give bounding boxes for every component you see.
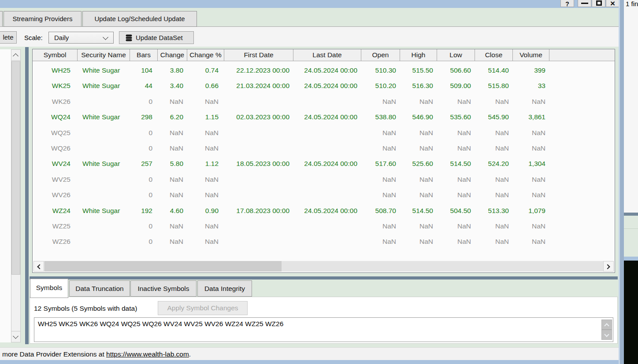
cell-volume[interactable]: NaN xyxy=(513,140,549,156)
cell-close[interactable]: 524.20 xyxy=(475,156,513,171)
cell-first_date[interactable] xyxy=(224,218,293,234)
cell-volume[interactable]: 1,304 xyxy=(513,156,549,171)
cell-first_date[interactable] xyxy=(224,234,293,249)
column-header-last_date[interactable]: Last Date xyxy=(293,49,361,61)
horizontal-scrollbar[interactable] xyxy=(33,261,614,272)
scroll-down-button[interactable] xyxy=(11,331,20,342)
cell-close[interactable]: 513.30 xyxy=(475,203,513,218)
cell-first_date[interactable]: 02.03.2023 00:00 xyxy=(224,109,293,125)
cell-high[interactable]: 516.30 xyxy=(400,78,437,93)
cell-bars[interactable]: 44 xyxy=(130,78,158,93)
column-header-bars[interactable]: Bars xyxy=(130,49,158,61)
cell-high[interactable]: NaN xyxy=(400,94,437,109)
cell-open[interactable]: NaN xyxy=(361,125,400,140)
cell-low[interactable]: 504.50 xyxy=(437,203,475,218)
cell-volume[interactable]: NaN xyxy=(513,94,549,109)
cell-volume[interactable]: NaN xyxy=(513,234,549,249)
column-header-change_pct[interactable]: Change % xyxy=(187,49,224,61)
close-button[interactable]: × xyxy=(606,0,619,7)
scrollbar-thumb[interactable] xyxy=(11,61,20,275)
column-header-volume[interactable]: Volume xyxy=(513,49,549,61)
cell-first_date[interactable]: 18.05.2023 00:00 xyxy=(224,156,293,171)
cell-symbol[interactable]: WK26 xyxy=(33,94,78,109)
cell-bars[interactable]: 298 xyxy=(130,109,158,125)
textarea-scroll-down-button[interactable] xyxy=(601,330,612,340)
cell-bars[interactable]: 0 xyxy=(130,140,158,156)
cell-close[interactable]: 514.40 xyxy=(475,63,513,78)
cell-name[interactable] xyxy=(78,234,130,249)
scroll-left-button[interactable] xyxy=(33,261,44,272)
cell-close[interactable]: NaN xyxy=(475,125,513,140)
column-header-name[interactable]: Security Name xyxy=(78,49,130,61)
tab-update-log[interactable]: Update Log/Scheduled Update xyxy=(82,11,197,27)
cell-change[interactable]: NaN xyxy=(158,140,187,156)
cell-bars[interactable]: 0 xyxy=(130,125,158,140)
cell-change[interactable]: NaN xyxy=(158,172,187,187)
cell-change[interactable]: NaN xyxy=(158,94,187,109)
tab-data-truncation[interactable]: Data Truncation xyxy=(69,280,130,297)
cell-low[interactable]: NaN xyxy=(437,172,475,187)
wealth-lab-link[interactable]: https://www.wealth-lab.com xyxy=(106,350,189,358)
cell-high[interactable]: NaN xyxy=(400,218,437,234)
tab-symbols[interactable]: Symbols xyxy=(30,279,68,298)
cell-name[interactable] xyxy=(78,187,130,202)
cell-filler[interactable] xyxy=(549,218,615,234)
cell-volume[interactable]: NaN xyxy=(513,187,549,202)
cell-low[interactable]: NaN xyxy=(437,234,475,249)
cell-name[interactable]: White Sugar xyxy=(78,203,130,218)
cell-high[interactable]: 515.50 xyxy=(400,63,437,78)
cell-last_date[interactable] xyxy=(293,140,361,156)
scrollbar-thumb[interactable] xyxy=(45,261,282,272)
cell-bars[interactable]: 192 xyxy=(130,203,158,218)
table-row[interactable]: WQ260NaNNaNNaNNaNNaNNaNNaN xyxy=(33,140,615,156)
cell-low[interactable]: NaN xyxy=(437,94,475,109)
column-header-high[interactable]: High xyxy=(400,49,437,61)
cell-high[interactable]: 514.50 xyxy=(400,203,437,218)
cell-low[interactable]: 514.50 xyxy=(437,156,475,171)
cell-filler[interactable] xyxy=(549,156,615,171)
cell-open[interactable]: 508.70 xyxy=(361,203,400,218)
cell-name[interactable]: White Sugar xyxy=(78,156,130,171)
table-row[interactable]: WK25White Sugar443.400.6621.03.2024 00:0… xyxy=(33,78,615,93)
table-row[interactable]: WZ24White Sugar1924.600.9017.08.2023 00:… xyxy=(33,203,615,218)
cell-high[interactable]: NaN xyxy=(400,234,437,249)
minimize-button[interactable] xyxy=(578,0,591,7)
cell-filler[interactable] xyxy=(549,78,615,93)
cell-last_date[interactable]: 24.05.2024 00:00 xyxy=(293,156,361,171)
tab-fragment[interactable] xyxy=(0,11,3,26)
cell-bars[interactable]: 104 xyxy=(130,63,158,78)
cell-volume[interactable]: NaN xyxy=(513,172,549,187)
cell-name[interactable] xyxy=(78,125,130,140)
cell-change_pct[interactable]: 0.74 xyxy=(187,63,224,78)
cell-last_date[interactable]: 24.05.2024 00:00 xyxy=(293,78,361,93)
cell-change[interactable]: 6.20 xyxy=(158,109,187,125)
cell-bars[interactable]: 0 xyxy=(130,94,158,109)
cell-bars[interactable]: 0 xyxy=(130,172,158,187)
cell-symbol[interactable]: WV26 xyxy=(33,187,78,202)
cell-last_date[interactable]: 24.05.2024 00:00 xyxy=(293,109,361,125)
help-button[interactable]: ? xyxy=(560,0,574,7)
cell-last_date[interactable] xyxy=(293,187,361,202)
cell-low[interactable]: NaN xyxy=(437,187,475,202)
cell-first_date[interactable] xyxy=(224,125,293,140)
cell-name[interactable] xyxy=(78,140,130,156)
cell-low[interactable]: NaN xyxy=(437,218,475,234)
cell-last_date[interactable] xyxy=(293,218,361,234)
update-dataset-button[interactable]: Update DataSet xyxy=(119,31,194,44)
cell-close[interactable]: NaN xyxy=(475,234,513,249)
table-row[interactable]: WV24White Sugar2575.801.1218.05.2023 00:… xyxy=(33,156,615,171)
cell-close[interactable]: 545.90 xyxy=(475,109,513,125)
cell-low[interactable]: NaN xyxy=(437,140,475,156)
column-header-close[interactable]: Close xyxy=(475,49,513,61)
cell-change[interactable]: 3.40 xyxy=(158,78,187,93)
tab-streaming-providers[interactable]: Streaming Providers xyxy=(4,11,82,27)
cell-open[interactable]: NaN xyxy=(361,218,400,234)
cell-symbol[interactable]: WV25 xyxy=(33,172,78,187)
cell-name[interactable]: White Sugar xyxy=(78,109,130,125)
cell-bars[interactable]: 0 xyxy=(130,234,158,249)
cell-open[interactable]: 510.20 xyxy=(361,78,400,93)
column-header-first_date[interactable]: First Date xyxy=(224,49,293,61)
cell-last_date[interactable] xyxy=(293,125,361,140)
cell-filler[interactable] xyxy=(549,109,615,125)
cell-symbol[interactable]: WZ24 xyxy=(33,203,78,218)
